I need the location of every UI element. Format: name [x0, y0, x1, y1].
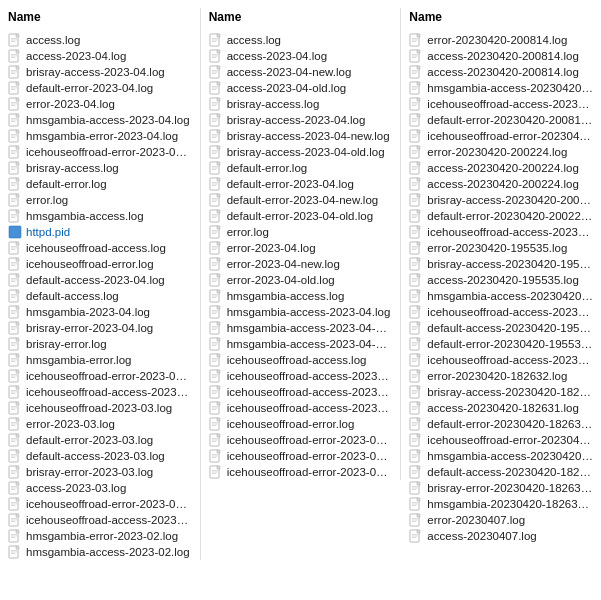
list-item[interactable]: brisray-access.log — [4, 160, 196, 176]
list-item[interactable]: access-20230420-200224.log — [405, 176, 597, 192]
list-item[interactable]: icehouseoffroad-access-20230420-195535.l… — [405, 304, 597, 320]
list-item[interactable]: brisray-access-20230420-182632.log — [405, 384, 597, 400]
list-item[interactable]: default-error-20230420-200224.log — [405, 208, 597, 224]
list-item[interactable]: hmsgambia-access-2023-02.log — [4, 544, 196, 560]
list-item[interactable]: icehouseoffroad-access-2023-04-old.log — [205, 400, 397, 416]
list-item[interactable]: error-20230420-182632.log — [405, 368, 597, 384]
list-item[interactable]: brisray-access.log — [205, 96, 397, 112]
list-item[interactable]: error-2023-04-new.log — [205, 256, 397, 272]
list-item[interactable]: access-20230420-182631.log — [405, 400, 597, 416]
list-item[interactable]: icehouseoffroad-error-20230420-182632.lo… — [405, 432, 597, 448]
list-item[interactable]: icehouseoffroad-access-2023-03.log — [4, 384, 196, 400]
list-item[interactable]: default-error-2023-04.log — [4, 80, 196, 96]
list-item[interactable]: hmsgambia-access-20230420-195535.log — [405, 288, 597, 304]
list-item[interactable]: icehouseoffroad-error-2023-03.log — [4, 368, 196, 384]
list-item[interactable]: default-error.log — [4, 176, 196, 192]
list-item[interactable]: access.log — [4, 32, 196, 48]
list-item[interactable]: icehouseoffroad-error.log — [205, 416, 397, 432]
list-item[interactable]: access-20230420-200224.log — [405, 160, 597, 176]
list-item[interactable]: default-error-2023-04-old.log — [205, 208, 397, 224]
list-item[interactable]: access-2023-04-old.log — [205, 80, 397, 96]
list-item[interactable]: access-20230407.log — [405, 528, 597, 544]
list-item[interactable]: default-error-20230420-195535.log — [405, 336, 597, 352]
file-name: error-20230407.log — [427, 514, 525, 526]
list-item[interactable]: access.log — [205, 32, 397, 48]
list-item[interactable]: brisray-error-2023-03.log — [4, 464, 196, 480]
list-item[interactable]: error-2023-04.log — [205, 240, 397, 256]
file-icon — [409, 241, 423, 255]
list-item[interactable]: icehouseoffroad-access-2023-04.log — [205, 368, 397, 384]
list-item[interactable]: hmsgambia-access-2023-04.log — [4, 112, 196, 128]
file-name: brisray-access-2023-04.log — [227, 114, 366, 126]
list-item[interactable]: access-2023-04.log — [4, 48, 196, 64]
list-item[interactable]: access-2023-04.log — [205, 48, 397, 64]
list-item[interactable]: icehouseoffroad-error-2023-02.log — [4, 496, 196, 512]
list-item[interactable]: icehouseoffroad-error-20230420-200814.lo… — [405, 128, 597, 144]
list-item[interactable]: hmsgambia-access.log — [4, 208, 196, 224]
list-item[interactable]: hmsgambia-access-20230420-182632.log — [405, 448, 597, 464]
list-item[interactable]: access-20230420-200814.log — [405, 64, 597, 80]
list-item[interactable]: access-20230420-195535.log — [405, 272, 597, 288]
list-item[interactable]: default-error-2023-04-new.log — [205, 192, 397, 208]
list-item[interactable]: default-access-2023-04.log — [4, 272, 196, 288]
list-item[interactable]: access-2023-04-new.log — [205, 64, 397, 80]
list-item[interactable]: brisray-error-2023-04.log — [4, 320, 196, 336]
list-item[interactable]: default-error-2023-03.log — [4, 432, 196, 448]
list-item[interactable]: icehouseoffroad-error-2023-04-new.log — [205, 448, 397, 464]
list-item[interactable]: httpd.pid — [4, 224, 196, 240]
list-item[interactable]: brisray-error-20230420-182632.log — [405, 480, 597, 496]
list-item[interactable]: icehouseoffroad-2023-03.log — [4, 400, 196, 416]
list-item[interactable]: brisray-access-20230420-200224.log — [405, 192, 597, 208]
list-item[interactable]: default-error-20230420-182632.log — [405, 416, 597, 432]
list-item[interactable]: icehouseoffroad-access.log — [205, 352, 397, 368]
list-item[interactable]: icehouseoffroad-access.log — [4, 240, 196, 256]
list-item[interactable]: default-access-2023-03.log — [4, 448, 196, 464]
list-item[interactable]: default-access.log — [4, 288, 196, 304]
list-item[interactable]: icehouseoffroad-access-20230420-200224.l… — [405, 224, 597, 240]
list-item[interactable]: icehouseoffroad-access-20230420-195535.l… — [405, 352, 597, 368]
list-item[interactable]: error-2023-04-old.log — [205, 272, 397, 288]
list-item[interactable]: icehouseoffroad-error.log — [4, 256, 196, 272]
list-item[interactable]: icehouseoffroad-access-2023-02.log — [4, 512, 196, 528]
list-item[interactable]: access-20230420-200814.log — [405, 48, 597, 64]
list-item[interactable]: hmsgambia-access.log — [205, 288, 397, 304]
list-item[interactable]: default-error-2023-04.log — [205, 176, 397, 192]
file-name: icehouseoffroad-access-2023-04-new.log — [227, 386, 393, 398]
list-item[interactable]: error-2023-03.log — [4, 416, 196, 432]
list-item[interactable]: brisray-error.log — [4, 336, 196, 352]
list-item[interactable]: hmsgambia-2023-04.log — [4, 304, 196, 320]
list-item[interactable]: brisray-access-2023-04-new.log — [205, 128, 397, 144]
list-item[interactable]: hmsgambia-access-20230420-200814.log — [405, 80, 597, 96]
list-item[interactable]: error-20230407.log — [405, 512, 597, 528]
list-item[interactable]: hmsgambia-20230420-182632.log — [405, 496, 597, 512]
list-item[interactable]: error-20230420-200224.log — [405, 144, 597, 160]
file-icon — [409, 161, 423, 175]
list-item[interactable]: hmsgambia-access-2023-04.log — [205, 304, 397, 320]
list-item[interactable]: access-2023-03.log — [4, 480, 196, 496]
list-item[interactable]: error.log — [4, 192, 196, 208]
list-item[interactable]: icehouseoffroad-error-2023-04.log — [205, 432, 397, 448]
list-item[interactable]: error-20230420-200814.log — [405, 32, 597, 48]
list-item[interactable]: error.log — [205, 224, 397, 240]
list-item[interactable]: default-error.log — [205, 160, 397, 176]
list-item[interactable]: brisray-access-2023-04.log — [4, 64, 196, 80]
list-item[interactable]: hmsgambia-error.log — [4, 352, 196, 368]
list-item[interactable]: brisray-access-2023-04.log — [205, 112, 397, 128]
list-item[interactable]: error-2023-04.log — [4, 96, 196, 112]
list-item[interactable]: hmsgambia-error-2023-04.log — [4, 128, 196, 144]
list-item[interactable]: brisray-access-20230420-195535.log — [405, 256, 597, 272]
list-item[interactable]: hmsgambia-access-2023-04-new.log — [205, 320, 397, 336]
file-icon — [409, 33, 423, 47]
list-item[interactable]: icehouseoffroad-error-2023-04.log — [4, 144, 196, 160]
list-item[interactable]: icehouseoffroad-error-2023-04-old.log — [205, 464, 397, 480]
file-icon — [8, 49, 22, 63]
list-item[interactable]: default-access-20230420-195535.log — [405, 320, 597, 336]
list-item[interactable]: hmsgambia-error-2023-02.log — [4, 528, 196, 544]
list-item[interactable]: icehouseoffroad-access-2023-04-new.log — [205, 384, 397, 400]
list-item[interactable]: icehouseoffroad-access-20230420-200814.l… — [405, 96, 597, 112]
list-item[interactable]: error-20230420-195535.log — [405, 240, 597, 256]
list-item[interactable]: brisray-access-2023-04-old.log — [205, 144, 397, 160]
list-item[interactable]: default-error-20230420-200814.log — [405, 112, 597, 128]
list-item[interactable]: hmsgambia-access-2023-04-old.log — [205, 336, 397, 352]
list-item[interactable]: default-access-20230420-182632.log — [405, 464, 597, 480]
